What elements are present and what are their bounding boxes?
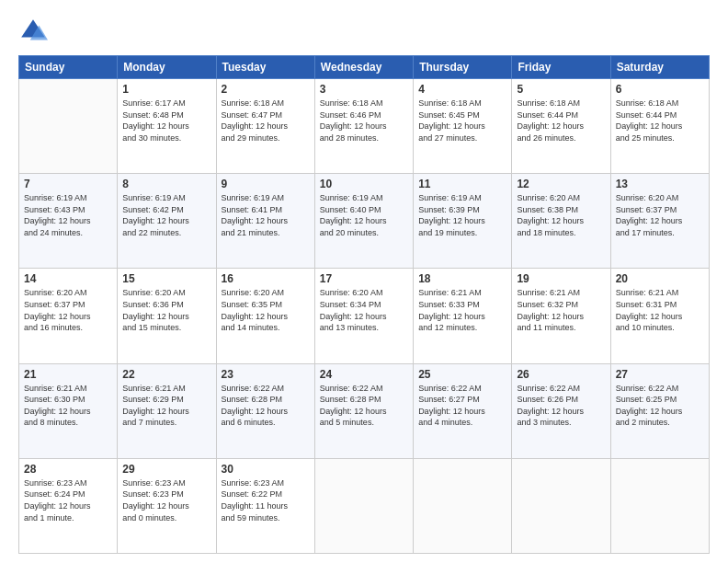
calendar-cell: 8Sunrise: 6:19 AM Sunset: 6:42 PM Daylig… — [118, 174, 216, 269]
calendar-cell — [610, 458, 709, 553]
day-info: Sunrise: 6:17 AM Sunset: 6:48 PM Dayligh… — [122, 98, 210, 144]
day-number: 8 — [122, 178, 210, 190]
weekday-header-saturday: Saturday — [610, 56, 709, 79]
day-number: 2 — [222, 83, 310, 96]
day-number: 19 — [517, 272, 605, 285]
day-number: 17 — [320, 272, 408, 285]
week-row-2: 7Sunrise: 6:19 AM Sunset: 6:43 PM Daylig… — [19, 174, 710, 269]
week-row-3: 14Sunrise: 6:20 AM Sunset: 6:37 PM Dayli… — [19, 269, 710, 363]
day-info: Sunrise: 6:21 AM Sunset: 6:32 PM Dayligh… — [517, 287, 605, 333]
day-info: Sunrise: 6:22 AM Sunset: 6:28 PM Dayligh… — [222, 383, 310, 429]
day-info: Sunrise: 6:20 AM Sunset: 6:34 PM Dayligh… — [320, 287, 408, 333]
weekday-header-friday: Friday — [512, 56, 610, 79]
calendar-cell: 30Sunrise: 6:23 AM Sunset: 6:22 PM Dayli… — [216, 458, 314, 553]
calendar-cell: 21Sunrise: 6:21 AM Sunset: 6:30 PM Dayli… — [19, 363, 118, 458]
day-number: 20 — [616, 272, 704, 285]
day-number: 14 — [24, 272, 112, 285]
day-info: Sunrise: 6:18 AM Sunset: 6:45 PM Dayligh… — [418, 98, 506, 144]
calendar-cell: 10Sunrise: 6:19 AM Sunset: 6:40 PM Dayli… — [314, 174, 413, 269]
calendar-cell: 17Sunrise: 6:20 AM Sunset: 6:34 PM Dayli… — [314, 269, 413, 363]
day-info: Sunrise: 6:22 AM Sunset: 6:25 PM Dayligh… — [616, 383, 704, 429]
day-info: Sunrise: 6:21 AM Sunset: 6:33 PM Dayligh… — [418, 287, 506, 333]
day-info: Sunrise: 6:22 AM Sunset: 6:28 PM Dayligh… — [320, 383, 408, 429]
day-info: Sunrise: 6:23 AM Sunset: 6:24 PM Dayligh… — [24, 477, 112, 523]
day-info: Sunrise: 6:19 AM Sunset: 6:40 PM Dayligh… — [320, 192, 408, 238]
calendar-cell: 15Sunrise: 6:20 AM Sunset: 6:36 PM Dayli… — [118, 269, 216, 363]
day-info: Sunrise: 6:19 AM Sunset: 6:42 PM Dayligh… — [122, 192, 210, 238]
day-number: 30 — [222, 463, 310, 476]
day-number: 25 — [418, 368, 506, 381]
day-info: Sunrise: 6:18 AM Sunset: 6:47 PM Dayligh… — [222, 98, 310, 144]
calendar-cell — [414, 458, 512, 553]
calendar-cell: 23Sunrise: 6:22 AM Sunset: 6:28 PM Dayli… — [216, 363, 314, 458]
day-number: 9 — [222, 178, 310, 190]
day-number: 10 — [320, 178, 408, 190]
day-number: 3 — [320, 83, 408, 96]
day-info: Sunrise: 6:20 AM Sunset: 6:35 PM Dayligh… — [222, 287, 310, 333]
day-number: 23 — [222, 368, 310, 381]
day-number: 6 — [616, 83, 704, 96]
calendar-cell — [512, 458, 610, 553]
logo — [18, 17, 51, 46]
calendar-cell — [314, 458, 413, 553]
logo-icon — [18, 17, 48, 46]
calendar-cell: 18Sunrise: 6:21 AM Sunset: 6:33 PM Dayli… — [414, 269, 512, 363]
calendar-cell: 24Sunrise: 6:22 AM Sunset: 6:28 PM Dayli… — [314, 363, 413, 458]
calendar-cell: 11Sunrise: 6:19 AM Sunset: 6:39 PM Dayli… — [414, 174, 512, 269]
day-number: 1 — [122, 83, 210, 96]
calendar-cell: 7Sunrise: 6:19 AM Sunset: 6:43 PM Daylig… — [19, 174, 118, 269]
week-row-5: 28Sunrise: 6:23 AM Sunset: 6:24 PM Dayli… — [19, 458, 710, 553]
day-number: 5 — [517, 83, 605, 96]
weekday-header-thursday: Thursday — [414, 56, 512, 79]
day-info: Sunrise: 6:23 AM Sunset: 6:22 PM Dayligh… — [222, 477, 310, 523]
calendar-cell: 22Sunrise: 6:21 AM Sunset: 6:29 PM Dayli… — [118, 363, 216, 458]
calendar-cell: 9Sunrise: 6:19 AM Sunset: 6:41 PM Daylig… — [216, 174, 314, 269]
day-info: Sunrise: 6:20 AM Sunset: 6:37 PM Dayligh… — [616, 192, 704, 238]
weekday-header-sunday: Sunday — [19, 56, 118, 79]
day-info: Sunrise: 6:19 AM Sunset: 6:41 PM Dayligh… — [222, 192, 310, 238]
day-info: Sunrise: 6:18 AM Sunset: 6:44 PM Dayligh… — [517, 98, 605, 144]
day-number: 12 — [517, 178, 605, 190]
weekday-header-wednesday: Wednesday — [314, 56, 413, 79]
day-number: 29 — [122, 463, 210, 476]
day-number: 11 — [418, 178, 506, 190]
day-info: Sunrise: 6:22 AM Sunset: 6:27 PM Dayligh… — [418, 383, 506, 429]
day-info: Sunrise: 6:21 AM Sunset: 6:30 PM Dayligh… — [24, 383, 112, 429]
day-info: Sunrise: 6:20 AM Sunset: 6:36 PM Dayligh… — [122, 287, 210, 333]
day-info: Sunrise: 6:20 AM Sunset: 6:38 PM Dayligh… — [517, 192, 605, 238]
page: SundayMondayTuesdayWednesdayThursdayFrid… — [0, 0, 728, 563]
day-number: 13 — [616, 178, 704, 190]
calendar-cell: 25Sunrise: 6:22 AM Sunset: 6:27 PM Dayli… — [414, 363, 512, 458]
day-info: Sunrise: 6:18 AM Sunset: 6:46 PM Dayligh… — [320, 98, 408, 144]
header — [18, 17, 710, 46]
day-number: 22 — [122, 368, 210, 381]
day-info: Sunrise: 6:19 AM Sunset: 6:43 PM Dayligh… — [24, 192, 112, 238]
calendar-cell: 16Sunrise: 6:20 AM Sunset: 6:35 PM Dayli… — [216, 269, 314, 363]
day-number: 7 — [24, 178, 112, 190]
calendar-cell: 6Sunrise: 6:18 AM Sunset: 6:44 PM Daylig… — [610, 79, 709, 174]
calendar-cell: 27Sunrise: 6:22 AM Sunset: 6:25 PM Dayli… — [610, 363, 709, 458]
calendar-cell — [19, 79, 118, 174]
day-info: Sunrise: 6:20 AM Sunset: 6:37 PM Dayligh… — [24, 287, 112, 333]
day-number: 21 — [24, 368, 112, 381]
day-number: 24 — [320, 368, 408, 381]
weekday-header-monday: Monday — [118, 56, 216, 79]
day-info: Sunrise: 6:19 AM Sunset: 6:39 PM Dayligh… — [418, 192, 506, 238]
day-number: 18 — [418, 272, 506, 285]
day-info: Sunrise: 6:23 AM Sunset: 6:23 PM Dayligh… — [122, 477, 210, 523]
calendar-cell: 5Sunrise: 6:18 AM Sunset: 6:44 PM Daylig… — [512, 79, 610, 174]
weekday-header-tuesday: Tuesday — [216, 56, 314, 79]
day-number: 4 — [418, 83, 506, 96]
week-row-4: 21Sunrise: 6:21 AM Sunset: 6:30 PM Dayli… — [19, 363, 710, 458]
day-info: Sunrise: 6:22 AM Sunset: 6:26 PM Dayligh… — [517, 383, 605, 429]
day-number: 15 — [122, 272, 210, 285]
calendar-cell: 1Sunrise: 6:17 AM Sunset: 6:48 PM Daylig… — [118, 79, 216, 174]
calendar-cell: 4Sunrise: 6:18 AM Sunset: 6:45 PM Daylig… — [414, 79, 512, 174]
day-info: Sunrise: 6:21 AM Sunset: 6:29 PM Dayligh… — [122, 383, 210, 429]
calendar-cell: 29Sunrise: 6:23 AM Sunset: 6:23 PM Dayli… — [118, 458, 216, 553]
day-number: 28 — [24, 463, 112, 476]
day-number: 27 — [616, 368, 704, 381]
day-info: Sunrise: 6:21 AM Sunset: 6:31 PM Dayligh… — [616, 287, 704, 333]
weekday-header-row: SundayMondayTuesdayWednesdayThursdayFrid… — [19, 56, 710, 79]
calendar-table: SundayMondayTuesdayWednesdayThursdayFrid… — [18, 55, 710, 554]
